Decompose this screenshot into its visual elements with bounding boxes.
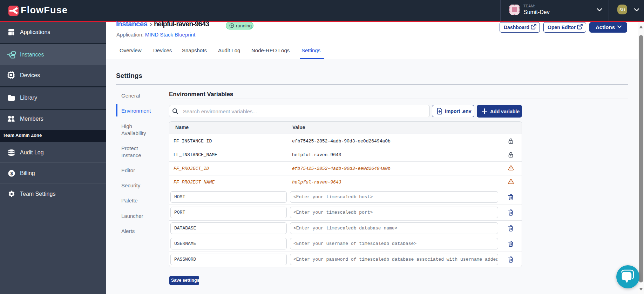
svg-text:$: $ [10, 171, 13, 176]
